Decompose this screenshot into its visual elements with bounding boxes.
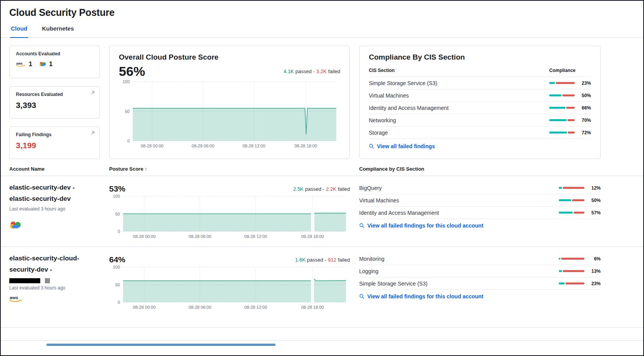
compliance-bar bbox=[559, 199, 584, 201]
page-title: Cloud Security Posture bbox=[9, 7, 635, 18]
overall-posture-chart: 05010008-28 00:0008-28 06:0008-28 12:000… bbox=[119, 80, 340, 149]
cis-section-row: BigQuery 12% bbox=[359, 182, 601, 194]
view-all-failed-findings-link[interactable]: View all failed findings bbox=[369, 143, 435, 149]
svg-text:100: 100 bbox=[113, 194, 120, 199]
svg-text:100: 100 bbox=[113, 265, 120, 269]
account-cell: elastic-security-dev - elastic-security-… bbox=[9, 182, 100, 240]
svg-text:08-28 06:00: 08-28 06:00 bbox=[188, 234, 211, 239]
compliance-bar bbox=[559, 282, 584, 284]
cis-section-row: Storage 72% bbox=[369, 127, 591, 139]
cis-section-row: Logging 13% bbox=[359, 265, 601, 277]
account-posture-chart: 05010008-28 00:0008-28 06:0008-28 12:000… bbox=[109, 265, 350, 311]
cis-section-label: Identity and Access Management bbox=[369, 105, 547, 111]
tab-bar: Cloud Kubernetes bbox=[1, 24, 643, 38]
accounts-evaluated-label: Accounts Evaluated bbox=[16, 51, 93, 56]
compliance-bar bbox=[549, 82, 575, 84]
stat-cards-column: Accounts Evaluated aws 1 bbox=[9, 46, 100, 159]
cis-section-row: Monitoring 6% bbox=[359, 253, 601, 265]
compliance-percent: 23% bbox=[587, 281, 601, 286]
account-passed-failed: 2.5Kpassed -2.2Kfailed bbox=[293, 186, 350, 192]
posture-score-header[interactable]: Posture Score ↑ bbox=[109, 166, 350, 172]
cis-section-row: Simple Storage Service (S3) 23% bbox=[359, 277, 601, 290]
compliance-bar bbox=[559, 187, 584, 189]
compliance-percent: 12% bbox=[587, 185, 601, 191]
svg-text:100: 100 bbox=[123, 80, 130, 84]
account-name-header: Account Name bbox=[9, 166, 100, 172]
aws-accounts-count: aws 1 bbox=[16, 60, 32, 68]
view-account-failed-findings-link[interactable]: View all failed findings for this cloud … bbox=[359, 222, 483, 229]
compliance-cell: Monitoring 6% Logging 13% Simple Storage… bbox=[359, 253, 601, 321]
redacted-text-block bbox=[45, 278, 50, 283]
account-passed-failed: 1.6Kpassed -912failed bbox=[295, 257, 350, 263]
cis-section-label: BigQuery bbox=[359, 185, 557, 191]
cis-section-row: Identity and Access Management 57% bbox=[359, 207, 601, 219]
account-name: elastic-security-cloud- security-dev - bbox=[9, 253, 100, 275]
compliance-bar bbox=[549, 94, 575, 96]
cis-section-label: Simple Storage Service (S3) bbox=[369, 80, 547, 86]
svg-text:aws: aws bbox=[10, 295, 19, 300]
svg-text:08-28 06:00: 08-28 06:00 bbox=[188, 305, 211, 310]
compliance-percent: 23% bbox=[577, 80, 591, 86]
external-link-icon[interactable] bbox=[90, 130, 95, 135]
summary-section: Accounts Evaluated aws 1 bbox=[9, 46, 635, 159]
compliance-percent: 66% bbox=[577, 105, 591, 111]
score-cell: 64% 1.6Kpassed -912failed 05010008-28 00… bbox=[109, 253, 350, 321]
compliance-bar bbox=[559, 212, 584, 214]
sort-ascending-icon: ↑ bbox=[145, 166, 147, 172]
aws-count-value: 1 bbox=[29, 60, 32, 68]
svg-text:08-28 12:00: 08-28 12:00 bbox=[244, 305, 267, 310]
table-footer-spacer bbox=[1, 328, 643, 340]
overall-posture-title: Overall Cloud Posture Score bbox=[119, 53, 340, 62]
svg-text:aws: aws bbox=[16, 62, 23, 65]
resources-evaluated-card[interactable]: Resources Evaluated 3,393 bbox=[9, 86, 100, 119]
accounts-table-header: Account Name Posture Score ↑ Compliance … bbox=[1, 159, 643, 176]
compliance-percent: 70% bbox=[577, 118, 591, 123]
account-posture-chart: 05010008-28 00:0008-28 06:0008-28 12:000… bbox=[109, 194, 350, 240]
cis-section-row: Virtual Machines 50% bbox=[369, 89, 591, 102]
search-icon bbox=[359, 223, 365, 228]
svg-text:08-28 00:00: 08-28 00:00 bbox=[133, 305, 156, 310]
svg-text:08-28 00:00: 08-28 00:00 bbox=[141, 144, 164, 148]
last-evaluated: Last evaluated 3 hours ago bbox=[9, 206, 100, 212]
svg-text:50: 50 bbox=[115, 212, 120, 216]
external-link-icon[interactable] bbox=[90, 90, 95, 95]
cis-section-label: Simple Storage Service (S3) bbox=[359, 281, 557, 287]
compliance-percent: 57% bbox=[587, 210, 601, 216]
cis-section-column-header: CIS Section bbox=[369, 68, 547, 73]
tab-kubernetes[interactable]: Kubernetes bbox=[41, 24, 75, 38]
page-header: Cloud Security Posture bbox=[1, 1, 643, 24]
compliance-percent: 50% bbox=[577, 93, 591, 98]
svg-text:08-28 18:00: 08-28 18:00 bbox=[295, 144, 317, 148]
redacted-account-id bbox=[9, 278, 100, 283]
cis-compliance-panel: Compliance By CIS Section CIS Section Co… bbox=[359, 46, 601, 159]
cis-section-row: Virtual Machines 50% bbox=[359, 194, 601, 207]
svg-text:50: 50 bbox=[115, 282, 120, 287]
svg-text:08-28 12:00: 08-28 12:00 bbox=[244, 234, 267, 239]
accounts-evaluated-card: Accounts Evaluated aws 1 bbox=[9, 46, 100, 78]
divider bbox=[1, 340, 643, 341]
search-icon bbox=[359, 294, 365, 299]
compliance-bar bbox=[549, 119, 575, 121]
svg-text:08-28 18:00: 08-28 18:00 bbox=[301, 305, 324, 310]
failing-findings-label: Failing Findings bbox=[16, 132, 93, 137]
resources-evaluated-label: Resources Evaluated bbox=[16, 92, 93, 97]
cis-section-label: Monitoring bbox=[359, 256, 557, 262]
horizontal-scrollbar-thumb[interactable] bbox=[46, 344, 276, 346]
last-evaluated: Last evaluated 3 hours ago bbox=[9, 285, 100, 291]
cis-table-header: CIS Section Compliance bbox=[369, 68, 591, 77]
compliance-bar bbox=[559, 258, 584, 260]
overall-passed-failed: 4.1Kpassed -3.2Kfailed bbox=[284, 68, 340, 74]
compliance-column-header: Compliance bbox=[549, 68, 591, 73]
view-account-failed-findings-link[interactable]: View all failed findings for this cloud … bbox=[359, 293, 483, 300]
account-cell: elastic-security-cloud- security-dev - L… bbox=[9, 253, 100, 321]
score-cell: 53% 2.5Kpassed -2.2Kfailed 05010008-28 0… bbox=[109, 182, 350, 240]
search-icon bbox=[369, 144, 374, 149]
compliance-percent: 72% bbox=[577, 130, 591, 135]
svg-text:08-28 18:00: 08-28 18:00 bbox=[301, 234, 324, 239]
svg-text:50: 50 bbox=[125, 109, 130, 114]
tab-cloud[interactable]: Cloud bbox=[10, 24, 28, 38]
svg-text:08-28 00:00: 08-28 00:00 bbox=[133, 234, 156, 239]
failing-findings-card[interactable]: Failing Findings 3,199 bbox=[9, 127, 100, 159]
cis-section-row: Networking 70% bbox=[369, 114, 591, 127]
svg-text:0: 0 bbox=[118, 229, 120, 234]
